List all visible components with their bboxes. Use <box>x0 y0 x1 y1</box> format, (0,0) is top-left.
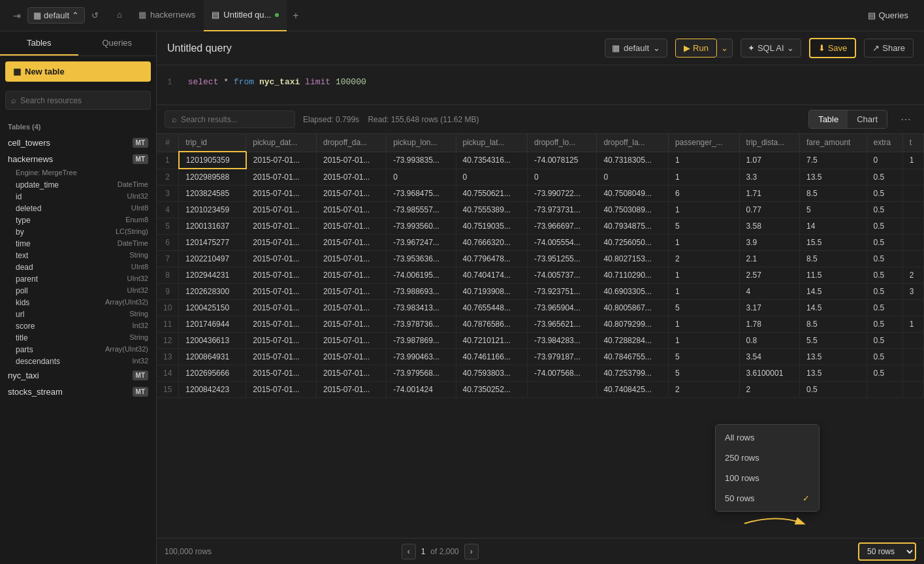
table-cell[interactable]: 0.5 <box>867 186 902 202</box>
table-cell[interactable]: 3.9 <box>739 235 799 251</box>
table-cell[interactable]: -73.984283... <box>528 333 597 349</box>
table-cell[interactable] <box>528 382 597 398</box>
row-num-cell[interactable]: 11 <box>157 316 179 333</box>
table-cell[interactable]: 40.7256050... <box>597 235 668 251</box>
table-cell[interactable]: 40.8079299... <box>597 316 668 333</box>
table-cell[interactable]: 11.5 <box>800 267 867 284</box>
row-num-cell[interactable]: 10 <box>157 300 179 316</box>
table-cell[interactable]: 40.7655448... <box>456 300 527 316</box>
table-cell[interactable]: 1200425150 <box>179 300 246 316</box>
table-cell[interactable] <box>867 382 902 398</box>
table-cell[interactable]: 2015-07-01... <box>317 300 387 316</box>
table-cell[interactable]: 2015-07-01... <box>246 349 317 365</box>
table-cell[interactable]: 1202944231 <box>179 267 246 284</box>
col-header-pickup_lon[interactable]: pickup_lon... <box>387 134 456 152</box>
table-cell[interactable]: 3.54 <box>739 349 799 365</box>
next-page-button[interactable]: › <box>464 544 479 559</box>
table-cell[interactable]: 40.7210121... <box>456 333 527 349</box>
col-header-pickup_dat[interactable]: pickup_dat... <box>246 134 317 152</box>
table-cell[interactable]: 1 <box>902 316 923 333</box>
table-cell[interactable]: 40.7461166... <box>456 349 527 365</box>
table-cell[interactable] <box>902 202 923 218</box>
table-cell[interactable]: 0 <box>456 169 527 186</box>
table-cell[interactable]: 40.7404174... <box>456 267 527 284</box>
table-cell[interactable]: 2015-07-01... <box>246 300 317 316</box>
col-header-dropoff_la[interactable]: dropoff_la... <box>597 134 668 152</box>
table-cell[interactable]: 8.5 <box>800 316 867 333</box>
table-cell[interactable]: -74.007568... <box>528 365 597 382</box>
dropdown-item-250-rows[interactable]: 250 rows <box>716 448 819 468</box>
table-cell[interactable]: 3.3 <box>739 169 799 186</box>
table-cell[interactable]: 2015-07-01... <box>246 267 317 284</box>
table-cell[interactable]: 40.7846755... <box>597 349 668 365</box>
table-cell[interactable] <box>902 300 923 316</box>
table-cell[interactable]: 2015-07-01... <box>317 186 387 202</box>
table-cell[interactable]: 1202695666 <box>179 365 246 382</box>
table-cell[interactable]: 2015-07-01... <box>246 316 317 333</box>
table-cell[interactable]: 1203824585 <box>179 186 246 202</box>
table-cell[interactable]: 2015-07-01... <box>317 333 387 349</box>
table-cell[interactable] <box>902 218 923 235</box>
table-cell[interactable]: 2015-07-01... <box>317 365 387 382</box>
table-cell[interactable]: 2015-07-01... <box>317 284 387 300</box>
table-cell[interactable]: -73.965904... <box>528 300 597 316</box>
table-cell[interactable]: 2.57 <box>739 267 799 284</box>
table-cell[interactable]: -73.979187... <box>528 349 597 365</box>
table-cell[interactable]: 2015-07-01... <box>246 284 317 300</box>
table-cell[interactable]: 40.7934875... <box>597 218 668 235</box>
col-header-trip_dist[interactable]: trip_dista... <box>739 134 799 152</box>
refresh-button[interactable]: ↺ <box>89 8 101 23</box>
table-cell[interactable]: 1 <box>668 284 739 300</box>
table-cell[interactable]: 0.5 <box>867 251 902 267</box>
table-cell[interactable]: 1 <box>668 333 739 349</box>
table-cell[interactable]: 40.7408425... <box>597 382 668 398</box>
table-cell[interactable]: -73.988693... <box>387 284 456 300</box>
table-cell[interactable]: 1201746944 <box>179 316 246 333</box>
table-cell[interactable]: 2015-07-01... <box>317 169 387 186</box>
table-cell[interactable]: 40.6903305... <box>597 284 668 300</box>
table-cell[interactable]: 40.7519035... <box>456 218 527 235</box>
table-cell[interactable] <box>902 365 923 382</box>
table-cell[interactable]: 2015-07-01... <box>317 267 387 284</box>
col-header-dropoff_lo[interactable]: dropoff_lo... <box>528 134 597 152</box>
sql-editor[interactable]: 1 select * from nyc_taxi limit 100000 <box>157 65 924 105</box>
table-cell[interactable]: 2.1 <box>739 251 799 267</box>
run-button[interactable]: ▶ Run <box>675 39 717 58</box>
table-cell[interactable]: 2015-07-01... <box>246 382 317 398</box>
table-cell[interactable]: 1201475277 <box>179 235 246 251</box>
table-cell[interactable]: 5.5 <box>800 333 867 349</box>
table-cell[interactable]: 2015-07-01... <box>246 152 317 169</box>
table-cell[interactable]: 1201023459 <box>179 202 246 218</box>
table-cell[interactable]: 40.7876586... <box>456 316 527 333</box>
queries-button[interactable]: ▤ Queries <box>863 8 914 23</box>
row-num-cell[interactable]: 6 <box>157 235 179 251</box>
table-cell[interactable]: 2 <box>668 382 739 398</box>
sidebar-tab-tables[interactable]: Tables <box>0 31 78 56</box>
table-cell[interactable]: 2015-07-01... <box>246 218 317 235</box>
table-cell[interactable]: 3.17 <box>739 300 799 316</box>
table-cell[interactable]: 1202628300 <box>179 284 246 300</box>
table-cell[interactable]: -73.985557... <box>387 202 456 218</box>
row-num-cell[interactable]: 14 <box>157 365 179 382</box>
table-cell[interactable]: 1.07 <box>739 152 799 169</box>
table-cell[interactable]: 40.8005867... <box>597 300 668 316</box>
table-cell[interactable]: 1200131637 <box>179 218 246 235</box>
table-cell[interactable]: 40.8027153... <box>597 251 668 267</box>
table-cell[interactable]: 40.7288284... <box>597 333 668 349</box>
table-cell[interactable]: 2015-07-01... <box>246 235 317 251</box>
table-cell[interactable]: 7.5 <box>800 152 867 169</box>
col-header-trip_id[interactable]: trip_id <box>179 134 246 152</box>
table-cell[interactable]: -73.923751... <box>528 284 597 300</box>
table-cell[interactable]: 1.71 <box>739 186 799 202</box>
col-header-passenger[interactable]: passenger_... <box>668 134 739 152</box>
table-cell[interactable]: 0.5 <box>867 316 902 333</box>
table-cell[interactable]: 2015-07-01... <box>317 202 387 218</box>
table-cell[interactable]: 4 <box>739 284 799 300</box>
table-cell[interactable]: -73.978736... <box>387 316 456 333</box>
tab-hackernews[interactable]: ▦ hackernews <box>131 0 203 31</box>
table-cell[interactable]: 1 <box>668 152 739 169</box>
prev-page-button[interactable]: ‹ <box>402 544 416 559</box>
table-cell[interactable]: 0.5 <box>867 267 902 284</box>
table-cell[interactable]: 40.7550621... <box>456 186 527 202</box>
table-cell[interactable]: -73.979568... <box>387 365 456 382</box>
